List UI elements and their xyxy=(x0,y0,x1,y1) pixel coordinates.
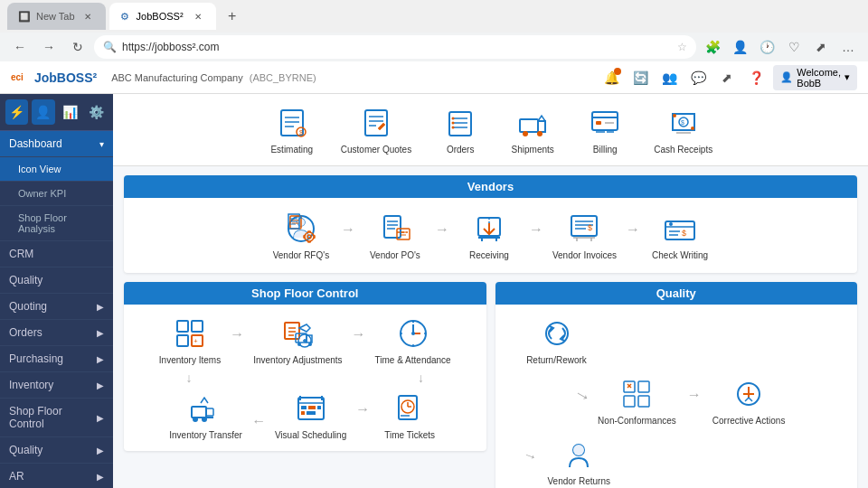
corrective-actions-label: Corrective Actions xyxy=(712,416,786,426)
return-rework-item[interactable]: Return/Rework xyxy=(521,312,593,369)
close-new-tab-icon[interactable]: ✕ xyxy=(80,9,95,23)
svg-point-85 xyxy=(308,343,312,346)
inventory-adj-item[interactable]: Inventory Adjustments xyxy=(248,312,347,369)
sidebar-item-inventory[interactable]: Inventory ▶ xyxy=(0,372,113,399)
favorites-button[interactable]: ♡ xyxy=(781,34,807,60)
vendor-returns-item[interactable]: Vendor Returns xyxy=(542,433,617,488)
inventory-adj-icon xyxy=(279,315,316,352)
chevron-icon: ▶ xyxy=(97,328,104,338)
shop-floor-header: Shop Floor Control xyxy=(124,282,486,305)
close-jobboss-tab-icon[interactable]: ✕ xyxy=(191,9,205,23)
svg-point-124 xyxy=(573,445,584,455)
forward-button[interactable]: → xyxy=(36,34,61,60)
sidebar-item-shop-floor-control[interactable]: Shop Floor Control ▶ xyxy=(0,399,113,437)
sidebar-item-quality[interactable]: Quality ▶ xyxy=(0,437,113,464)
time-tickets-item[interactable]: Time Tickets xyxy=(373,387,446,444)
refresh-button[interactable]: ↻ xyxy=(65,34,90,60)
inventory-items-item[interactable]: + Inventory Items xyxy=(154,312,226,369)
tab-jobboss[interactable]: ⚙ JobBOSS² ✕ xyxy=(109,3,216,30)
receiving-icon xyxy=(471,211,507,247)
chevron-icon: ▾ xyxy=(99,139,104,149)
new-tab-button[interactable]: + xyxy=(220,4,245,29)
non-conformances-item[interactable]: Non-Conformances xyxy=(592,372,682,429)
sidebar-item-quality-top[interactable]: Quality xyxy=(0,267,113,294)
address-bar[interactable]: 🔍 https://jobboss².com ☆ xyxy=(94,35,696,59)
sidebar-item-orders[interactable]: Orders ▶ xyxy=(0,320,113,346)
users-button[interactable]: 👥 xyxy=(657,66,681,89)
icon-estimating[interactable]: $ Estimating xyxy=(256,101,328,158)
vendor-invoices-item[interactable]: $ Vendor Invoices xyxy=(547,207,622,264)
check-writing-item[interactable]: $ Check Writing xyxy=(644,207,716,264)
visual-scheduling-item[interactable]: Visual Scheduling xyxy=(269,387,352,444)
corrective-actions-item[interactable]: Corrective Actions xyxy=(707,372,791,429)
sidebar-item-icon-view[interactable]: Icon View xyxy=(0,157,113,182)
help-button[interactable]: ❓ xyxy=(744,66,768,89)
sidebar-icon-user[interactable]: 👤 xyxy=(32,99,54,125)
inventory-transfer-item[interactable]: Inventory Transfer xyxy=(164,387,248,444)
icon-orders[interactable]: Orders xyxy=(424,101,496,158)
help-chat-button[interactable]: 💬 xyxy=(686,66,710,89)
svg-point-19 xyxy=(537,131,542,136)
sidebar-item-owner-kpi[interactable]: Owner KPI xyxy=(0,182,113,206)
svg-point-29 xyxy=(691,127,694,130)
icon-shipments[interactable]: Shipments xyxy=(496,101,569,158)
vendor-invoices-label: Vendor Invoices xyxy=(552,250,617,260)
sidebar-icon-lightning[interactable]: ⚡ xyxy=(5,99,28,125)
arrow-rfq-po: → xyxy=(341,221,355,250)
time-attendance-item[interactable]: Time & Attendance xyxy=(370,312,457,369)
vendor-returns-label: Vendor Returns xyxy=(548,476,611,486)
share-button[interactable]: ⬈ xyxy=(808,34,834,60)
svg-rect-72 xyxy=(192,321,203,332)
sidebar-item-crm[interactable]: CRM xyxy=(0,241,113,267)
receiving-label: Receiving xyxy=(469,250,509,260)
back-button[interactable]: ← xyxy=(7,34,33,60)
svg-text:$: $ xyxy=(299,129,303,136)
quality-section: Quality xyxy=(495,282,858,488)
sidebar-item-ar[interactable]: AR ▶ xyxy=(0,464,113,488)
search-icon: 🔍 xyxy=(103,41,117,53)
visual-scheduling-icon xyxy=(293,390,329,427)
svg-point-15 xyxy=(452,122,455,125)
receiving-item[interactable]: Receiving xyxy=(453,207,525,264)
icon-cash-receipts[interactable]: $ Cash Receipts xyxy=(641,101,725,158)
arrow-inv-adj: → xyxy=(230,326,244,355)
sidebar-icon-bar: ⚡ 👤 📊 ⚙️ xyxy=(0,94,113,131)
notifications-button[interactable]: 🔔 xyxy=(599,66,623,89)
refresh-data-button[interactable]: 🔄 xyxy=(628,66,652,89)
history-button[interactable]: 🕐 xyxy=(754,34,779,60)
icon-customer-quotes[interactable]: Customer Quotes xyxy=(328,101,424,158)
vendors-section: Vendors xyxy=(124,175,857,273)
time-tickets-label: Time Tickets xyxy=(384,430,435,440)
extensions-button[interactable]: 🧩 xyxy=(700,34,725,60)
inventory-items-label: Inventory Items xyxy=(159,355,221,365)
time-tickets-icon xyxy=(392,390,428,427)
svg-rect-102 xyxy=(308,406,316,409)
vendor-pos-label: Vendor PO's xyxy=(370,250,420,260)
vendor-rfqs-item[interactable]: Vendor RFQ's xyxy=(265,207,337,264)
sidebar-item-shop-floor-analysis[interactable]: Shop Floor Analysis xyxy=(0,206,113,241)
welcome-button[interactable]: 👤 Welcome, BobB ▾ xyxy=(773,65,857,90)
chevron-icon: ▶ xyxy=(97,446,104,455)
vendor-pos-item[interactable]: Vendor PO's xyxy=(359,207,431,264)
bottom-sections: Shop Floor Control + xyxy=(124,282,857,488)
arrow-visual-tickets: → xyxy=(355,401,370,430)
shipments-label: Shipments xyxy=(512,145,554,155)
sidebar-item-quoting[interactable]: Quoting ▶ xyxy=(0,294,113,320)
sidebar-icon-gear[interactable]: ⚙️ xyxy=(85,99,108,125)
return-rework-icon xyxy=(539,315,575,352)
svg-rect-71 xyxy=(177,321,188,332)
sidebar-item-purchasing[interactable]: Purchasing ▶ xyxy=(0,346,113,372)
more-button[interactable]: … xyxy=(835,34,861,60)
svg-point-42 xyxy=(307,235,311,239)
orders-icon xyxy=(442,105,478,141)
sidebar-item-dashboard[interactable]: Dashboard ▾ xyxy=(0,131,113,157)
sidebar-icon-chart[interactable]: 📊 xyxy=(59,99,81,125)
eci-logo: eci xyxy=(11,72,24,82)
icon-billing[interactable]: Billing xyxy=(569,101,641,158)
profile-button[interactable]: 👤 xyxy=(727,34,752,60)
company-name: ABC Manufacturing Company (ABC_BYRNE) xyxy=(111,72,316,83)
external-link-button[interactable]: ⬈ xyxy=(715,66,739,89)
chevron-icon: ▶ xyxy=(97,472,104,482)
chevron-down-icon: ▾ xyxy=(844,71,850,83)
tab-new[interactable]: 🔲 New Tab ✕ xyxy=(7,3,106,30)
